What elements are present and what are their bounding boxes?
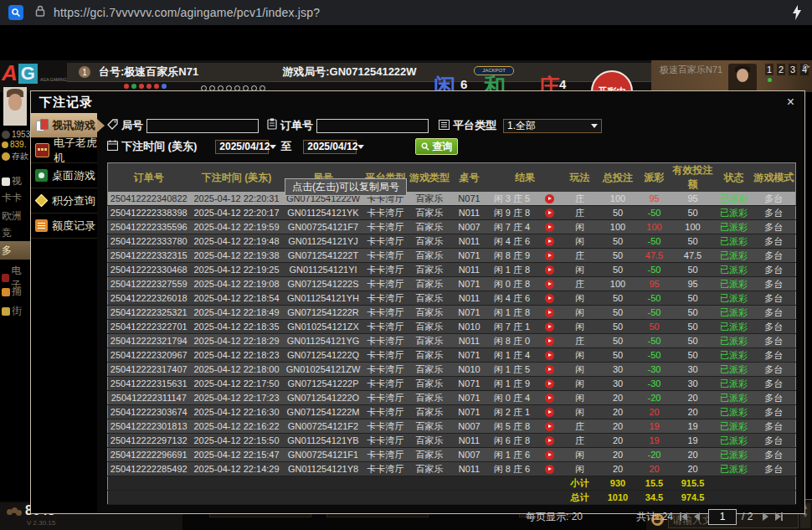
lightning-icon[interactable] xyxy=(792,5,802,23)
page-number-input[interactable] xyxy=(708,509,737,525)
last-page-button[interactable] xyxy=(775,512,783,521)
round-cell[interactable]: GN0712541222S xyxy=(284,277,363,291)
play-cell[interactable] xyxy=(537,306,563,320)
rail-nav-item[interactable]: 捕 xyxy=(0,285,30,299)
table-row[interactable]: 2504122222971322025-04-12 22:15:50GN0112… xyxy=(108,434,796,448)
table-row[interactable]: 2504122223260182025-04-12 22:18:54GN0112… xyxy=(108,291,796,306)
table-row[interactable]: 2504122223383982025-04-12 22:20:17GN0112… xyxy=(108,206,796,220)
play-cell[interactable] xyxy=(537,419,563,434)
play-cell[interactable] xyxy=(537,363,563,377)
close-icon[interactable]: × xyxy=(787,95,794,109)
play-icon[interactable] xyxy=(545,308,554,317)
play-icon[interactable] xyxy=(545,237,554,246)
table-row[interactable]: 2504122222854922025-04-12 22:14:29GN0112… xyxy=(108,462,796,476)
search-button[interactable]: 查询 xyxy=(415,138,458,155)
table-row[interactable]: 2504122223018132025-04-12 22:16:22GN0072… xyxy=(108,419,796,434)
play-cell[interactable] xyxy=(537,291,563,306)
round-cell[interactable]: GN011254121YI xyxy=(284,263,363,277)
round-cell[interactable]: GN0712541222O xyxy=(284,391,363,405)
deposit-row[interactable]: 存款 xyxy=(2,151,28,162)
play-cell[interactable] xyxy=(537,391,563,405)
video-panel[interactable]: 极速百家乐N71 1234 ⟳ xyxy=(651,60,812,92)
play-icon[interactable] xyxy=(545,265,554,275)
play-icon[interactable] xyxy=(545,208,554,218)
table-row[interactable]: 2504122223355962025-04-12 22:19:59GN0072… xyxy=(108,220,796,234)
play-icon[interactable] xyxy=(545,194,554,203)
browser-address-bar[interactable]: https://gci.7vvvvvv.com/agingame/pcv1/in… xyxy=(0,0,812,25)
play-icon[interactable] xyxy=(545,351,554,360)
round-filter-input[interactable] xyxy=(146,119,259,133)
refresh-icon[interactable]: ⟳ xyxy=(803,62,810,73)
table-row[interactable]: 2504122223275592025-04-12 22:19:08GN0712… xyxy=(108,277,796,291)
play-cell[interactable] xyxy=(537,448,563,462)
round-cell[interactable]: GN011254121YG xyxy=(284,334,363,348)
table-row[interactable]: 2504122223036742025-04-12 22:16:30GN0712… xyxy=(108,405,796,419)
play-icon[interactable] xyxy=(545,422,554,431)
play-cell[interactable] xyxy=(537,334,563,348)
play-cell[interactable] xyxy=(537,234,563,249)
menu-item-diamond[interactable]: 积分查询 xyxy=(31,188,97,214)
menu-item-cards[interactable]: 视讯游戏 xyxy=(31,113,97,138)
play-icon[interactable] xyxy=(545,337,554,346)
table-row[interactable]: 2504122223304682025-04-12 22:19:25GN0112… xyxy=(108,263,796,277)
play-cell[interactable] xyxy=(537,320,563,334)
play-cell[interactable] xyxy=(537,348,563,363)
table-row[interactable]: 2504122223111472025-04-12 22:17:23GN0712… xyxy=(108,391,796,405)
browser-extension-icon[interactable] xyxy=(8,5,23,20)
menu-item-table[interactable]: 桌面游戏 xyxy=(31,163,97,188)
play-cell[interactable] xyxy=(537,206,563,220)
play-cell[interactable] xyxy=(537,277,563,291)
table-row[interactable]: 2504122223337802025-04-12 22:19:48GN0112… xyxy=(108,234,796,249)
round-cell[interactable]: GN0712541222R xyxy=(284,306,363,320)
rail-nav-item[interactable]: 欧洲 xyxy=(0,209,30,224)
date-from-select[interactable]: 2025/04/12 xyxy=(215,140,269,154)
table-row[interactable]: 2504122223156312025-04-12 22:17:50GN0712… xyxy=(108,377,796,391)
play-icon[interactable] xyxy=(545,394,554,403)
menu-item-doc[interactable]: 额度记录 xyxy=(31,214,97,239)
round-cell[interactable]: GN010254121ZW xyxy=(284,363,363,377)
play-icon[interactable] xyxy=(545,294,554,303)
camera-number[interactable]: 2 xyxy=(777,64,785,75)
rail-nav-item[interactable]: 竞 xyxy=(0,226,30,240)
round-cell[interactable]: GN010254121ZX xyxy=(284,320,363,334)
round-cell[interactable]: GN0712541222Q xyxy=(284,348,363,363)
avatar[interactable] xyxy=(3,87,27,126)
play-cell[interactable] xyxy=(537,249,563,263)
play-icon[interactable] xyxy=(545,223,554,232)
rail-nav-item[interactable]: 卡卡 xyxy=(0,191,30,205)
play-cell[interactable] xyxy=(537,377,563,391)
play-cell[interactable] xyxy=(537,405,563,419)
play-icon[interactable] xyxy=(545,379,554,388)
round-cell[interactable]: GN011254121YH xyxy=(284,291,363,306)
round-cell[interactable]: GN011254121YJ xyxy=(284,234,363,249)
table-row[interactable]: 2504122223209672025-04-12 22:18:23GN0712… xyxy=(108,348,796,363)
play-icon[interactable] xyxy=(545,408,554,417)
table-row[interactable]: 2504122223217942025-04-12 22:18:29GN0112… xyxy=(108,334,796,348)
rail-nav-item[interactable]: 视 xyxy=(0,174,30,188)
play-icon[interactable] xyxy=(545,465,554,474)
play-cell[interactable] xyxy=(537,462,563,476)
play-icon[interactable] xyxy=(545,251,554,260)
menu-item-slot[interactable]: 电子老虎机 xyxy=(31,138,97,163)
play-icon[interactable] xyxy=(545,280,554,289)
rail-nav-item[interactable]: 街 xyxy=(0,304,30,318)
camera-number[interactable]: 3 xyxy=(789,64,797,75)
first-page-button[interactable] xyxy=(680,512,687,521)
next-page-button[interactable] xyxy=(763,512,768,521)
play-icon[interactable] xyxy=(545,365,554,374)
table-row[interactable]: 2504122223408222025-04-12 22:20:31GN0712… xyxy=(108,192,796,206)
round-cell[interactable]: GN011254121YK xyxy=(284,206,363,220)
round-cell[interactable]: GN007254121F7 xyxy=(284,220,363,234)
table-row[interactable]: 2504122223174072025-04-12 22:18:00GN0102… xyxy=(108,363,796,377)
play-icon[interactable] xyxy=(545,450,554,460)
play-icon[interactable] xyxy=(545,436,554,445)
play-cell[interactable] xyxy=(537,263,563,277)
round-cell[interactable]: GN0712541222P xyxy=(284,377,363,391)
rail-nav-item[interactable]: 多 xyxy=(0,241,30,260)
play-cell[interactable] xyxy=(537,434,563,448)
round-cell[interactable]: GN007254121F2 xyxy=(284,419,363,434)
play-icon[interactable] xyxy=(545,322,554,332)
round-cell[interactable]: GN0712541222M xyxy=(284,405,363,419)
camera-number[interactable]: 1 xyxy=(765,64,773,75)
round-cell[interactable]: GN0712541222T xyxy=(284,249,363,263)
